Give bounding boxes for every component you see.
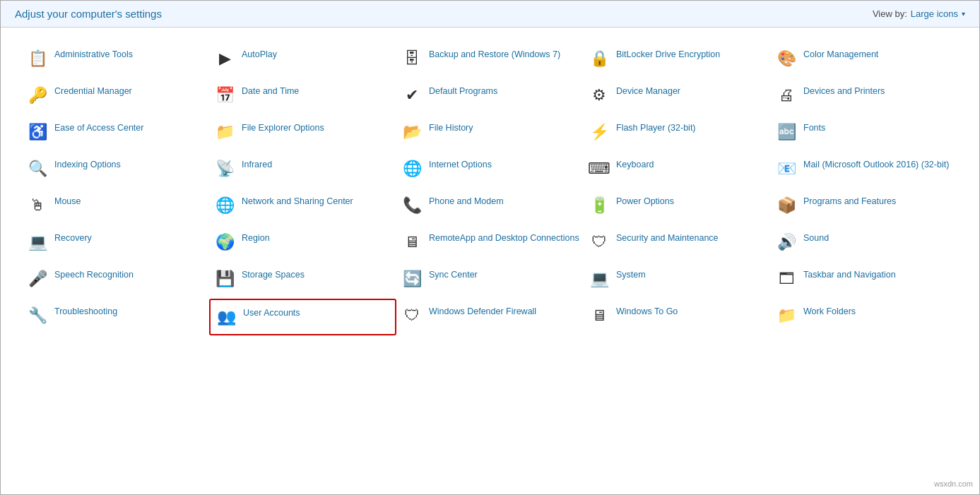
keyboard-icon: ⌨ [588, 157, 610, 180]
sound-icon: 🔊 [775, 231, 798, 254]
device-manager-icon: ⚙ [588, 84, 610, 107]
administrative-tools-icon: 📋 [26, 47, 49, 70]
control-item-keyboard[interactable]: ⌨Keyboard [584, 152, 771, 189]
control-item-flash-player[interactable]: ⚡Flash Player (32-bit) [584, 115, 771, 152]
fonts-icon: 🔤 [775, 121, 798, 143]
control-item-taskbar-navigation[interactable]: 🗔Taskbar and Navigation [771, 262, 958, 299]
control-item-file-explorer-options[interactable]: 📁File Explorer Options [209, 115, 396, 152]
column-5: 🎨Color Management🖨Devices and Printers🔤F… [771, 42, 958, 335]
view-by-value[interactable]: Large icons [911, 8, 958, 19]
default-programs-icon: ✔ [401, 84, 423, 107]
windows-to-go-icon: 🖥 [588, 304, 610, 327]
control-item-internet-options[interactable]: 🌐Internet Options [396, 152, 584, 189]
watermark: wsxdn.com [934, 479, 973, 488]
bitlocker-icon: 🔒 [588, 47, 610, 70]
control-item-work-folders[interactable]: 📁Work Folders [771, 299, 958, 335]
recovery-label: Recovery [54, 231, 205, 244]
bitlocker-label: BitLocker Drive Encryption [616, 47, 767, 60]
control-item-mail-outlook[interactable]: 📧Mail (Microsoft Outlook 2016) (32-bit) [771, 152, 958, 189]
chevron-down-icon[interactable]: ▾ [962, 10, 965, 18]
control-item-ease-of-access[interactable]: ♿Ease of Access Center [22, 115, 209, 152]
work-folders-icon: 📁 [775, 304, 798, 327]
mail-outlook-label: Mail (Microsoft Outlook 2016) (32-bit) [803, 157, 954, 170]
mail-outlook-icon: 📧 [775, 157, 798, 180]
flash-player-label: Flash Player (32-bit) [616, 121, 767, 133]
control-item-network-sharing[interactable]: 🌐Network and Sharing Center [209, 189, 396, 225]
control-item-backup-restore[interactable]: 🗄Backup and Restore (Windows 7) [396, 42, 584, 78]
security-maintenance-label: Security and Maintenance [616, 231, 767, 244]
work-folders-label: Work Folders [803, 304, 954, 317]
control-item-credential-manager[interactable]: 🔑Credential Manager [22, 78, 209, 115]
control-item-remoteapp[interactable]: 🖥RemoteApp and Desktop Connections [396, 225, 584, 262]
control-item-troubleshooting[interactable]: 🔧Troubleshooting [22, 299, 209, 335]
date-and-time-label: Date and Time [242, 84, 392, 97]
system-icon: 💻 [588, 268, 610, 290]
control-item-administrative-tools[interactable]: 📋Administrative Tools [22, 42, 209, 78]
main-content: 📋Administrative Tools🔑Credential Manager… [1, 28, 979, 494]
storage-spaces-icon: 💾 [213, 268, 236, 290]
sync-center-icon: 🔄 [401, 268, 423, 290]
remoteapp-label: RemoteApp and Desktop Connections [429, 231, 579, 244]
control-item-sync-center[interactable]: 🔄Sync Center [396, 262, 584, 299]
control-item-device-manager[interactable]: ⚙Device Manager [584, 78, 771, 115]
control-item-infrared[interactable]: 📡Infrared [209, 152, 396, 189]
control-item-phone-modem[interactable]: 📞Phone and Modem [396, 189, 584, 225]
fonts-label: Fonts [803, 121, 954, 133]
control-item-programs-features[interactable]: 📦Programs and Features [771, 189, 958, 225]
control-item-bitlocker[interactable]: 🔒BitLocker Drive Encryption [584, 42, 771, 78]
control-item-security-maintenance[interactable]: 🛡Security and Maintenance [584, 225, 771, 262]
header-bar: Adjust your computer's settings View by:… [1, 1, 979, 28]
network-sharing-label: Network and Sharing Center [242, 194, 392, 207]
control-item-color-management[interactable]: 🎨Color Management [771, 42, 958, 78]
control-item-region[interactable]: 🌍Region [209, 225, 396, 262]
control-item-sound[interactable]: 🔊Sound [771, 225, 958, 262]
programs-features-icon: 📦 [775, 194, 798, 217]
control-item-recovery[interactable]: 💻Recovery [22, 225, 209, 262]
control-item-autoplay[interactable]: ▶AutoPlay [209, 42, 396, 78]
file-history-label: File History [429, 121, 579, 133]
column-2: ▶AutoPlay📅Date and Time📁File Explorer Op… [209, 42, 396, 335]
control-item-fonts[interactable]: 🔤Fonts [771, 115, 958, 152]
storage-spaces-label: Storage Spaces [242, 268, 392, 280]
infrared-label: Infrared [242, 157, 392, 170]
control-item-mouse[interactable]: 🖱Mouse [22, 189, 209, 225]
date-and-time-icon: 📅 [213, 84, 236, 107]
credential-manager-label: Credential Manager [54, 84, 205, 97]
color-management-label: Color Management [803, 47, 954, 60]
keyboard-label: Keyboard [616, 157, 767, 170]
default-programs-label: Default Programs [429, 84, 579, 97]
user-accounts-icon: 👥 [215, 306, 237, 328]
column-4: 🔒BitLocker Drive Encryption⚙Device Manag… [584, 42, 771, 335]
mouse-icon: 🖱 [26, 194, 49, 217]
autoplay-label: AutoPlay [242, 47, 392, 60]
taskbar-navigation-label: Taskbar and Navigation [803, 268, 954, 280]
device-manager-label: Device Manager [616, 84, 767, 97]
sync-center-label: Sync Center [429, 268, 579, 280]
view-by-selector[interactable]: View by: Large icons ▾ [873, 8, 965, 19]
control-item-windows-to-go[interactable]: 🖥Windows To Go [584, 299, 771, 335]
indexing-options-icon: 🔍 [26, 157, 49, 180]
troubleshooting-label: Troubleshooting [54, 304, 205, 317]
control-item-power-options[interactable]: 🔋Power Options [584, 189, 771, 225]
control-item-devices-printers[interactable]: 🖨Devices and Printers [771, 78, 958, 115]
control-item-speech-recognition[interactable]: 🎤Speech Recognition [22, 262, 209, 299]
control-item-file-history[interactable]: 📂File History [396, 115, 584, 152]
backup-restore-label: Backup and Restore (Windows 7) [429, 47, 579, 60]
devices-printers-label: Devices and Printers [803, 84, 954, 97]
power-options-label: Power Options [616, 194, 767, 207]
control-item-indexing-options[interactable]: 🔍Indexing Options [22, 152, 209, 189]
control-item-windows-defender[interactable]: 🛡Windows Defender Firewall [396, 299, 584, 335]
control-item-user-accounts[interactable]: 👥User Accounts [209, 299, 396, 335]
control-item-date-and-time[interactable]: 📅Date and Time [209, 78, 396, 115]
recovery-icon: 💻 [26, 231, 49, 254]
region-icon: 🌍 [213, 231, 236, 254]
infrared-icon: 📡 [213, 157, 236, 180]
control-item-system[interactable]: 💻System [584, 262, 771, 299]
control-item-storage-spaces[interactable]: 💾Storage Spaces [209, 262, 396, 299]
autoplay-icon: ▶ [213, 47, 236, 70]
indexing-options-label: Indexing Options [54, 157, 205, 170]
windows-defender-icon: 🛡 [401, 304, 423, 327]
file-explorer-options-icon: 📁 [213, 121, 236, 143]
region-label: Region [242, 231, 392, 244]
control-item-default-programs[interactable]: ✔Default Programs [396, 78, 584, 115]
